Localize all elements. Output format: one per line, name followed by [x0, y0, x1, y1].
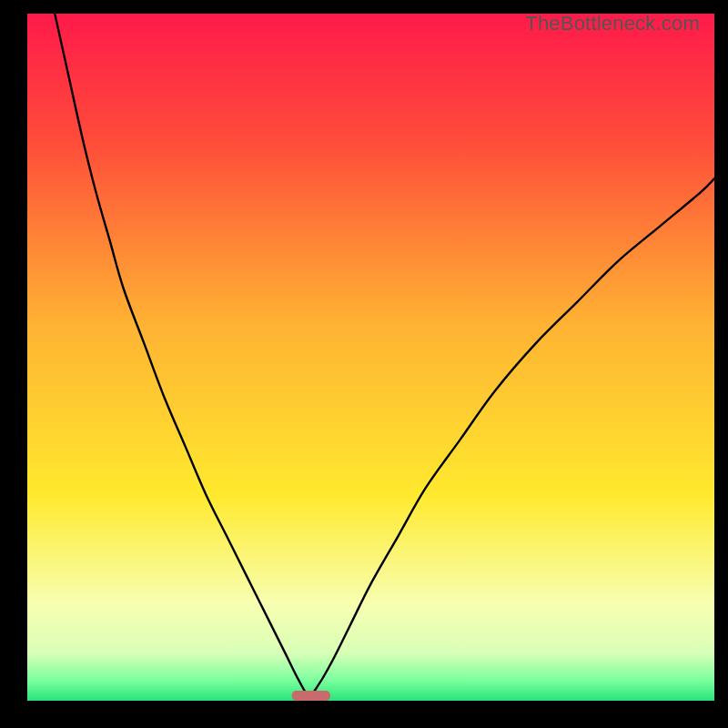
frame: TheBottleneck.com: [0, 0, 728, 728]
optimum-marker: [292, 691, 330, 701]
curve-svg: [27, 14, 714, 701]
bottleneck-curve: [55, 14, 714, 695]
plot-area: TheBottleneck.com: [27, 14, 714, 701]
